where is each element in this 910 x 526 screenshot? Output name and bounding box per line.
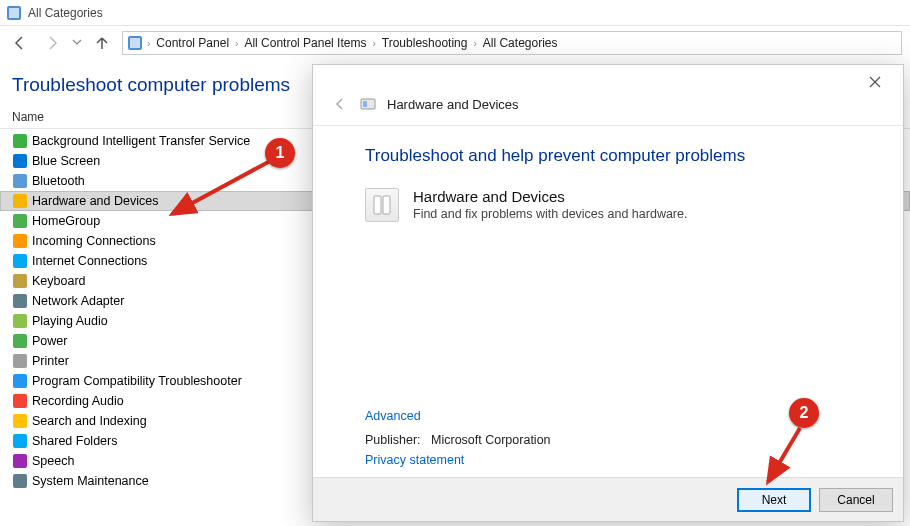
dialog-titlebar — [313, 65, 903, 99]
breadcrumb[interactable]: Control Panel — [152, 36, 233, 50]
breadcrumb[interactable]: All Control Panel Items — [240, 36, 370, 50]
list-item-label: Keyboard — [32, 274, 86, 288]
troubleshooter-item-icon — [12, 133, 28, 149]
nav-up-button[interactable] — [90, 31, 114, 55]
chevron-right-icon: › — [372, 38, 375, 49]
list-item-label: Power — [32, 334, 67, 348]
troubleshooter-item-icon — [12, 473, 28, 489]
close-button[interactable] — [855, 68, 895, 96]
dialog-body: Troubleshoot and help prevent computer p… — [313, 126, 903, 477]
annotation-badge-2: 2 — [789, 398, 819, 428]
svg-rect-7 — [383, 196, 390, 214]
dialog-header: Hardware and Devices — [313, 95, 903, 126]
dialog-heading: Troubleshoot and help prevent computer p… — [365, 146, 867, 166]
troubleshooter-item-icon — [12, 253, 28, 269]
control-panel-icon — [6, 5, 22, 21]
list-item-label: HomeGroup — [32, 214, 100, 228]
troubleshooter-wizard-dialog: Hardware and Devices Troubleshoot and he… — [312, 64, 904, 522]
location-icon — [127, 35, 143, 51]
list-item-label: Hardware and Devices — [32, 194, 158, 208]
list-item-label: Incoming Connections — [32, 234, 156, 248]
list-item-label: Blue Screen — [32, 154, 100, 168]
list-item-label: Program Compatibility Troubleshooter — [32, 374, 242, 388]
troubleshooter-item-icon — [12, 213, 28, 229]
troubleshooter-item-icon — [12, 293, 28, 309]
list-item-label: Background Intelligent Transfer Service — [32, 134, 250, 148]
nav-forward-button[interactable] — [40, 31, 64, 55]
titlebar: All Categories — [0, 0, 910, 26]
troubleshooter-item-icon — [12, 393, 28, 409]
nav-back-button[interactable] — [8, 31, 32, 55]
list-item-label: Recording Audio — [32, 394, 124, 408]
dialog-title: Hardware and Devices — [387, 97, 519, 112]
chevron-right-icon: › — [147, 38, 150, 49]
troubleshooter-name: Hardware and Devices — [413, 188, 687, 205]
dialog-footer: Next Cancel — [313, 477, 903, 521]
svg-rect-6 — [374, 196, 381, 214]
list-item-label: Internet Connections — [32, 254, 147, 268]
advanced-link[interactable]: Advanced — [365, 409, 551, 423]
list-item-label: Playing Audio — [32, 314, 108, 328]
troubleshooter-item-icon — [12, 333, 28, 349]
publisher-row: Publisher: Microsoft Corporation — [365, 433, 551, 447]
breadcrumb[interactable]: All Categories — [479, 36, 562, 50]
list-item-label: Search and Indexing — [32, 414, 147, 428]
troubleshooter-item-icon — [12, 193, 28, 209]
window-title: All Categories — [28, 6, 103, 20]
annotation-badge-1: 1 — [265, 138, 295, 168]
cancel-button[interactable]: Cancel — [819, 488, 893, 512]
privacy-link[interactable]: Privacy statement — [365, 453, 551, 467]
troubleshooter-item-icon — [12, 373, 28, 389]
list-item-label: Network Adapter — [32, 294, 124, 308]
troubleshooter-item-icon — [12, 233, 28, 249]
list-item-label: Speech — [32, 454, 74, 468]
navbar: › Control Panel › All Control Panel Item… — [0, 26, 910, 60]
publisher-value: Microsoft Corporation — [431, 433, 551, 447]
troubleshooter-item-icon — [12, 353, 28, 369]
troubleshooter-description: Find and fix problems with devices and h… — [413, 207, 687, 221]
list-item-label: Bluetooth — [32, 174, 85, 188]
svg-rect-5 — [363, 101, 367, 107]
address-bar[interactable]: › Control Panel › All Control Panel Item… — [122, 31, 902, 55]
troubleshooter-item-icon — [12, 273, 28, 289]
breadcrumb[interactable]: Troubleshooting — [378, 36, 472, 50]
troubleshooter-item-icon — [12, 173, 28, 189]
troubleshooter-option[interactable]: Hardware and Devices Find and fix proble… — [365, 188, 867, 222]
list-item-label: Printer — [32, 354, 69, 368]
troubleshooter-item-icon — [12, 313, 28, 329]
list-item-label: Shared Folders — [32, 434, 117, 448]
svg-rect-1 — [9, 8, 19, 18]
nav-history-dropdown[interactable] — [72, 37, 82, 49]
troubleshooter-item-icon — [12, 453, 28, 469]
chevron-right-icon: › — [473, 38, 476, 49]
dialog-back-button[interactable] — [331, 95, 349, 113]
troubleshooter-item-icon — [12, 413, 28, 429]
next-button[interactable]: Next — [737, 488, 811, 512]
publisher-label: Publisher: — [365, 433, 421, 447]
list-item-label: System Maintenance — [32, 474, 149, 488]
troubleshooter-item-icon — [12, 153, 28, 169]
troubleshooter-item-icon — [12, 433, 28, 449]
svg-rect-3 — [130, 38, 140, 48]
hardware-icon — [365, 188, 399, 222]
chevron-right-icon: › — [235, 38, 238, 49]
diagnostic-icon — [359, 95, 377, 113]
